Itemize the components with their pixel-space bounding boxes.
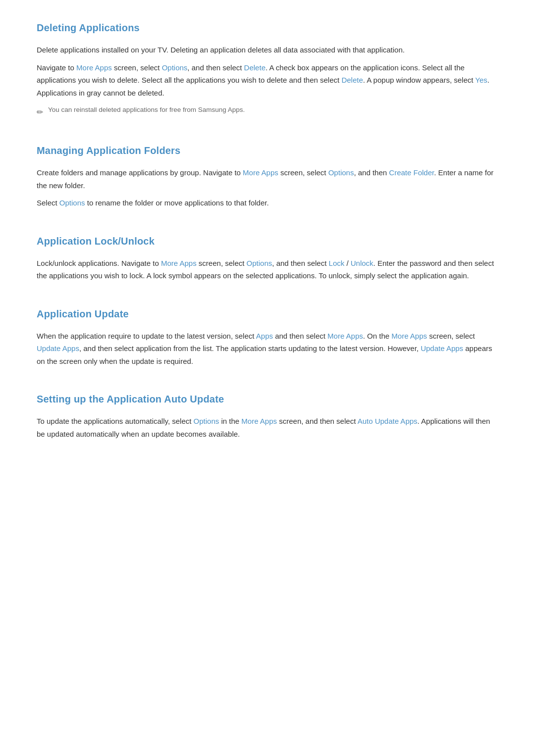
note-box: ✏ You can reinstall deleted applications… bbox=[37, 105, 498, 119]
link-delete-1[interactable]: Delete bbox=[244, 63, 266, 72]
link-more-apps-1[interactable]: More Apps bbox=[76, 63, 112, 72]
section-managing-folders: Managing Application Folders Create fold… bbox=[37, 143, 498, 209]
note-icon: ✏ bbox=[37, 105, 43, 119]
link-more-apps-2[interactable]: More Apps bbox=[243, 168, 278, 177]
section-body-lock: Lock/unlock applications. Navigate to Mo… bbox=[37, 257, 498, 282]
section-title-auto-update: Setting up the Application Auto Update bbox=[37, 391, 498, 407]
note-text: You can reinstall deleted applications f… bbox=[48, 105, 245, 115]
link-lock[interactable]: Lock bbox=[329, 259, 345, 267]
link-delete-2[interactable]: Delete bbox=[341, 76, 363, 84]
update-para-1: When the application require to update t… bbox=[37, 330, 498, 368]
link-more-apps-4[interactable]: More Apps bbox=[327, 332, 363, 340]
section-body-deleting: Delete applications installed on your TV… bbox=[37, 44, 498, 119]
deleting-para-1: Delete applications installed on your TV… bbox=[37, 44, 498, 56]
folders-para-2: Select Options to rename the folder or m… bbox=[37, 197, 498, 209]
section-auto-update: Setting up the Application Auto Update T… bbox=[37, 391, 498, 440]
link-options-4[interactable]: Options bbox=[247, 259, 272, 267]
auto-update-para-1: To update the applications automatically… bbox=[37, 415, 498, 440]
section-title-lock: Application Lock/Unlock bbox=[37, 233, 498, 249]
section-app-update: Application Update When the application … bbox=[37, 306, 498, 368]
section-title-update: Application Update bbox=[37, 306, 498, 322]
section-body-update: When the application require to update t… bbox=[37, 330, 498, 368]
link-options-5[interactable]: Options bbox=[194, 417, 219, 425]
section-deleting-applications: Deleting Applications Delete application… bbox=[37, 20, 498, 119]
link-auto-update-apps[interactable]: Auto Update Apps bbox=[358, 417, 418, 425]
link-options-2[interactable]: Options bbox=[328, 168, 354, 177]
link-options-3[interactable]: Options bbox=[59, 199, 85, 207]
page-content: Deleting Applications Delete application… bbox=[37, 20, 498, 440]
link-yes[interactable]: Yes bbox=[475, 76, 487, 84]
section-title-folders: Managing Application Folders bbox=[37, 143, 498, 158]
deleting-para-2: Navigate to More Apps screen, select Opt… bbox=[37, 61, 498, 100]
link-more-apps-5[interactable]: More Apps bbox=[391, 332, 427, 340]
link-more-apps-3[interactable]: More Apps bbox=[161, 259, 197, 267]
lock-para-1: Lock/unlock applications. Navigate to Mo… bbox=[37, 257, 498, 282]
link-unlock[interactable]: Unlock bbox=[351, 259, 374, 267]
section-body-auto-update: To update the applications automatically… bbox=[37, 415, 498, 440]
link-options-1[interactable]: Options bbox=[162, 63, 188, 72]
link-more-apps-6[interactable]: More Apps bbox=[241, 417, 277, 425]
link-apps-1[interactable]: Apps bbox=[256, 332, 273, 340]
section-body-folders: Create folders and manage applications b… bbox=[37, 166, 498, 209]
section-lock-unlock: Application Lock/Unlock Lock/unlock appl… bbox=[37, 233, 498, 282]
section-title-deleting: Deleting Applications bbox=[37, 20, 498, 36]
link-update-apps-1[interactable]: Update Apps bbox=[37, 344, 79, 353]
folders-para-1: Create folders and manage applications b… bbox=[37, 166, 498, 192]
link-update-apps-2[interactable]: Update Apps bbox=[421, 344, 463, 353]
link-create-folder[interactable]: Create Folder bbox=[389, 168, 434, 177]
